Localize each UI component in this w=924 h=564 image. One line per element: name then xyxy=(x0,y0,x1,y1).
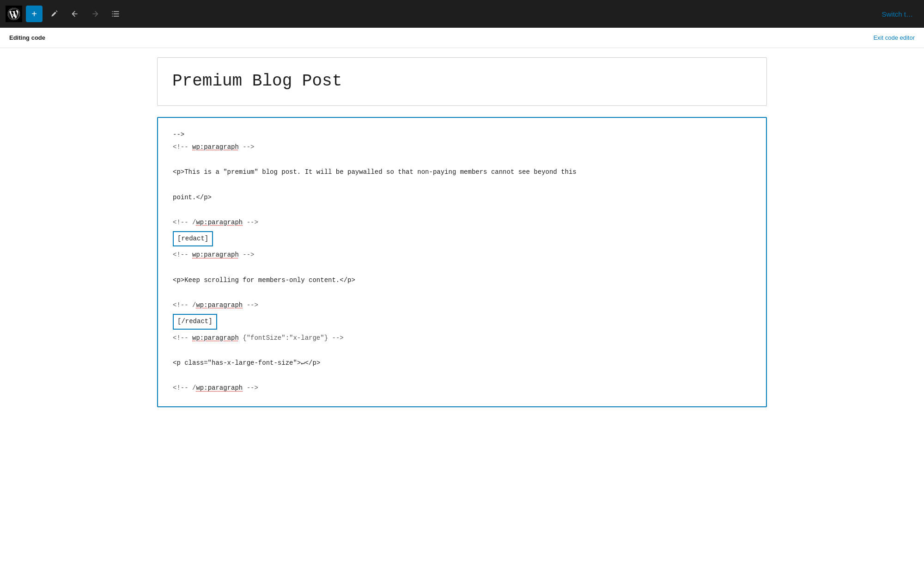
comment-open-3: <!-- xyxy=(173,251,192,258)
wp-tag-2: wp:paragraph xyxy=(196,219,243,226)
comment-open: <!-- xyxy=(173,143,192,151)
wp-tag-5: wp:paragraph xyxy=(192,334,239,342)
code-text-3: <p>Keep scrolling for members-only conte… xyxy=(173,276,355,284)
comment-open-6: <!-- / xyxy=(173,384,196,392)
empty-3 xyxy=(173,204,751,216)
wp-tag-6: wp:paragraph xyxy=(196,384,243,392)
empty-1 xyxy=(173,154,751,166)
toolbar: + Switch t… xyxy=(0,0,924,28)
empty-5 xyxy=(173,287,751,299)
code-line-2: <!-- /wp:paragraph --> xyxy=(173,217,751,228)
comment-close-4: --> xyxy=(243,301,258,309)
empty-4 xyxy=(173,262,751,274)
shortcode-redact: [redact] xyxy=(173,229,751,248)
code-line-6: <!-- /wp:paragraph --> xyxy=(173,382,751,394)
list-view-button[interactable] xyxy=(107,6,124,22)
title-box: Premium Blog Post xyxy=(157,57,767,106)
add-icon: + xyxy=(31,9,37,19)
comment-close-6: --> xyxy=(243,384,258,392)
code-line-4: <!-- /wp:paragraph --> xyxy=(173,300,751,311)
shortcode-close-redact: [/redact] xyxy=(173,312,751,331)
code-editor-box[interactable]: --> <!-- wp:paragraph --> <p>This is a "… xyxy=(157,117,767,407)
main-content: Premium Blog Post --> <!-- wp:paragraph … xyxy=(139,48,785,417)
editing-bar: Editing code Exit code editor xyxy=(0,28,924,48)
comment-open-2: <!-- / xyxy=(173,219,196,226)
redo-button[interactable] xyxy=(87,6,103,22)
code-text-2: point.</p> xyxy=(173,194,212,201)
code-line-p1-end: point.</p> xyxy=(173,192,751,203)
shortcode-close-redact-box: [/redact] xyxy=(173,314,217,329)
comment-close-3: --> xyxy=(239,251,255,258)
code-line-p2: <p>Keep scrolling for members-only conte… xyxy=(173,275,751,286)
comment-attr: {"fontSize":"x-large"} --> xyxy=(239,334,344,342)
code-text-1: <p>This is a "premium" blog post. It wil… xyxy=(173,168,577,176)
edit-button[interactable] xyxy=(46,6,63,22)
empty-2 xyxy=(173,179,751,191)
code-line-p3: <p class="has-x-large-font-size">↵</p> xyxy=(173,357,751,369)
add-block-button[interactable]: + xyxy=(26,6,43,22)
comment-open-5: <!-- xyxy=(173,334,192,342)
post-title: Premium Blog Post xyxy=(172,71,752,92)
comment-close-2: --> xyxy=(243,219,258,226)
exit-code-editor-button[interactable]: Exit code editor xyxy=(873,34,915,41)
editing-code-label: Editing code xyxy=(9,34,45,41)
switch-button[interactable]: Switch t… xyxy=(876,10,918,18)
code-line-5: <!-- wp:paragraph {"fontSize":"x-large"}… xyxy=(173,332,751,344)
code-line-p1: <p>This is a "premium" blog post. It wil… xyxy=(173,166,751,178)
code-line-1: <!-- wp:paragraph --> xyxy=(173,141,751,153)
code-line-3: <!-- wp:paragraph --> xyxy=(173,249,751,261)
wp-tag-3: wp:paragraph xyxy=(192,251,239,258)
wp-logo xyxy=(6,6,22,22)
shortcode-redact-box: [redact] xyxy=(173,231,213,246)
wp-tag-1: wp:paragraph xyxy=(192,143,239,151)
code-text-4: <p class="has-x-large-font-size">↵</p> xyxy=(173,359,320,367)
empty-6 xyxy=(173,345,751,356)
empty-7 xyxy=(173,370,751,381)
wp-tag-4: wp:paragraph xyxy=(196,301,243,309)
comment-open-4: <!-- / xyxy=(173,301,196,309)
comment-close: --> xyxy=(239,143,255,151)
undo-button[interactable] xyxy=(67,6,83,22)
